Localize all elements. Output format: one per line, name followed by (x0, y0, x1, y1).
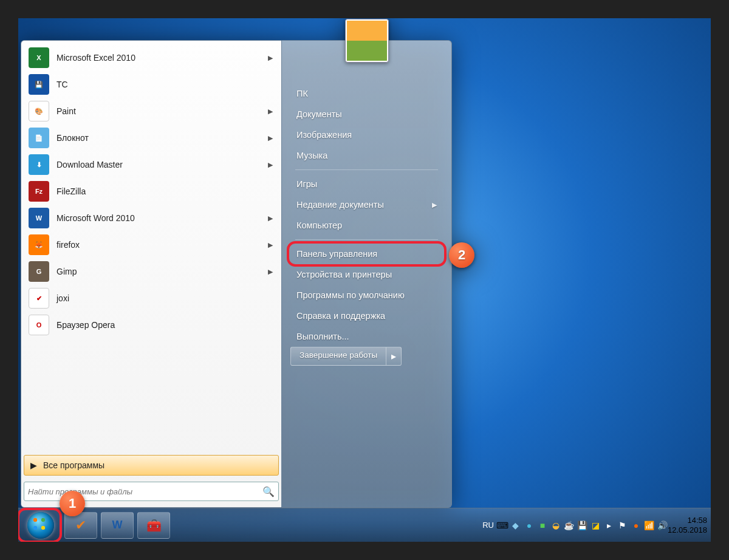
program-item-paint[interactable]: 🎨 Paint ▶ (24, 98, 279, 125)
chevron-right-icon: ▶ (268, 134, 273, 142)
program-item-filezilla[interactable]: Fz FileZilla (24, 178, 279, 205)
network-icon[interactable]: 📶 (645, 521, 654, 530)
right-item[interactable]: Устройства и принтеры (290, 264, 443, 285)
all-programs-button[interactable]: ▶ Все программы (24, 455, 279, 476)
right-item[interactable]: Игры (290, 174, 443, 194)
flag-icon[interactable]: ⚑ (618, 521, 628, 530)
desktop: X Microsoft Excel 2010 ▶💾 TC 🎨 Paint ▶📄 … (18, 18, 711, 542)
tray-icon[interactable]: ● (631, 521, 641, 530)
tray-icon[interactable]: ▸ (604, 521, 614, 530)
chevron-right-icon: ▶ (268, 214, 273, 222)
start-button[interactable] (22, 511, 60, 540)
right-item[interactable]: Изображения (290, 125, 443, 145)
program-item-gimp[interactable]: G Gimp ▶ (24, 258, 279, 285)
chevron-right-icon: ▶ (268, 161, 273, 169)
user-picture[interactable] (345, 19, 389, 63)
system-tray: ⌨ ◆ ● ■ ◒ ☕ 💾 ◪ ▸ ⚑ ● 📶 🔊 (498, 521, 668, 530)
app-icon: 🎨 (29, 101, 49, 121)
windows-orb-icon (27, 512, 54, 539)
program-label: Paint (56, 106, 76, 116)
app-icon: ✔ (29, 288, 49, 309)
taskbar-app-word[interactable]: W (101, 512, 134, 539)
program-item-word[interactable]: W Microsoft Word 2010 ▶ (24, 205, 279, 231)
chevron-right-icon: ▶ (268, 268, 273, 276)
chevron-right-icon: ▶ (268, 108, 273, 115)
program-label: FileZilla (56, 186, 86, 196)
program-label: Microsoft Word 2010 (56, 213, 135, 223)
app-icon: 🦊 (29, 234, 49, 255)
right-item[interactable]: Выполнить... (290, 326, 443, 347)
keyboard-icon[interactable]: ⌨ (498, 521, 507, 530)
tray-icon[interactable]: ☕ (564, 521, 574, 530)
taskbar-app-toolbox[interactable]: 🧰 (137, 512, 170, 539)
program-item-excel[interactable]: X Microsoft Excel 2010 ▶ (24, 44, 279, 71)
taskbar: ✔ W 🧰 RU ⌨ ◆ ● ■ ◒ ☕ 💾 ◪ ▸ ⚑ ● 📶 🔊 14:58… (18, 508, 711, 542)
right-item[interactable]: Документы (290, 104, 443, 125)
annotation-badge-1: 1 (60, 491, 85, 516)
separator (295, 169, 438, 170)
right-item[interactable]: Компьютер (290, 215, 443, 236)
clock-date: 12.05.2018 (668, 525, 707, 535)
tray-icon[interactable]: ◪ (591, 521, 601, 530)
program-item-tc[interactable]: 💾 TC (24, 71, 279, 98)
right-item[interactable]: ПК (290, 83, 443, 104)
program-list: X Microsoft Excel 2010 ▶💾 TC 🎨 Paint ▶📄 … (24, 44, 279, 451)
program-item-joxi[interactable]: ✔ joxi (24, 285, 279, 312)
shutdown-button[interactable]: Завершение работы (290, 347, 386, 366)
program-item-notepad[interactable]: 📄 Блокнот ▶ (24, 125, 279, 151)
right-item[interactable]: Программы по умолчанию (290, 285, 443, 306)
app-icon: G (29, 261, 49, 282)
taskbar-clock[interactable]: 14:58 12.05.2018 (668, 516, 707, 534)
chevron-right-icon: ▶ (268, 54, 273, 62)
chevron-right-icon: ▶ (30, 460, 37, 470)
program-label: joxi (56, 293, 69, 303)
app-icon: 💾 (29, 74, 49, 95)
chevron-right-icon: ▶ (432, 201, 437, 209)
app-icon: ⬇ (29, 154, 49, 175)
program-item-download-master[interactable]: ⬇ Download Master ▶ (24, 151, 279, 178)
tray-icon[interactable]: ■ (538, 521, 547, 530)
program-item-opera[interactable]: O Браузер Opera (24, 312, 279, 338)
chevron-right-icon: ▶ (268, 241, 273, 249)
tray-icon[interactable]: ● (524, 521, 534, 530)
start-menu-left-pane: X Microsoft Excel 2010 ▶💾 TC 🎨 Paint ▶📄 … (21, 40, 282, 508)
all-programs-label: Все программы (43, 460, 104, 470)
program-label: Браузер Opera (56, 320, 115, 330)
app-icon: Fz (29, 181, 49, 202)
right-item[interactable]: Справка и поддержка (290, 306, 443, 326)
separator (295, 239, 438, 240)
app-icon: X (29, 47, 49, 68)
tray-icon[interactable]: 💾 (578, 521, 587, 530)
program-label: Download Master (56, 160, 123, 169)
app-icon: W (29, 208, 49, 228)
program-label: Gimp (56, 267, 77, 276)
language-indicator[interactable]: RU (482, 521, 494, 530)
annotation-box-2 (287, 241, 447, 267)
volume-icon[interactable]: 🔊 (658, 521, 668, 530)
app-icon: O (29, 315, 49, 335)
right-item[interactable]: Музыка (290, 145, 443, 166)
tray-icon[interactable]: ◒ (551, 521, 561, 530)
control-panel-item[interactable]: Панель управления2 (290, 244, 443, 264)
right-item[interactable]: Недавние документы▶ (290, 194, 443, 215)
program-label: Microsoft Excel 2010 (56, 53, 135, 63)
program-label: firefox (56, 240, 80, 250)
clock-time: 14:58 (668, 516, 707, 525)
shutdown-area: Завершение работы ▸ (290, 347, 443, 366)
shutdown-options-button[interactable]: ▸ (386, 347, 402, 366)
pinned-apps: ✔ W 🧰 (64, 512, 170, 539)
start-menu-right-pane: ПКДокументыИзображенияМузыка ИгрыНедавни… (282, 40, 452, 508)
program-item-firefox[interactable]: 🦊 firefox ▶ (24, 231, 279, 258)
search-icon[interactable]: 🔍 (262, 486, 275, 497)
program-label: TC (56, 80, 68, 89)
tray-icon[interactable]: ◆ (511, 521, 521, 530)
app-icon: 📄 (29, 128, 49, 148)
program-label: Блокнот (56, 133, 89, 143)
start-menu: X Microsoft Excel 2010 ▶💾 TC 🎨 Paint ▶📄 … (21, 40, 452, 508)
annotation-badge-2: 2 (449, 242, 474, 268)
